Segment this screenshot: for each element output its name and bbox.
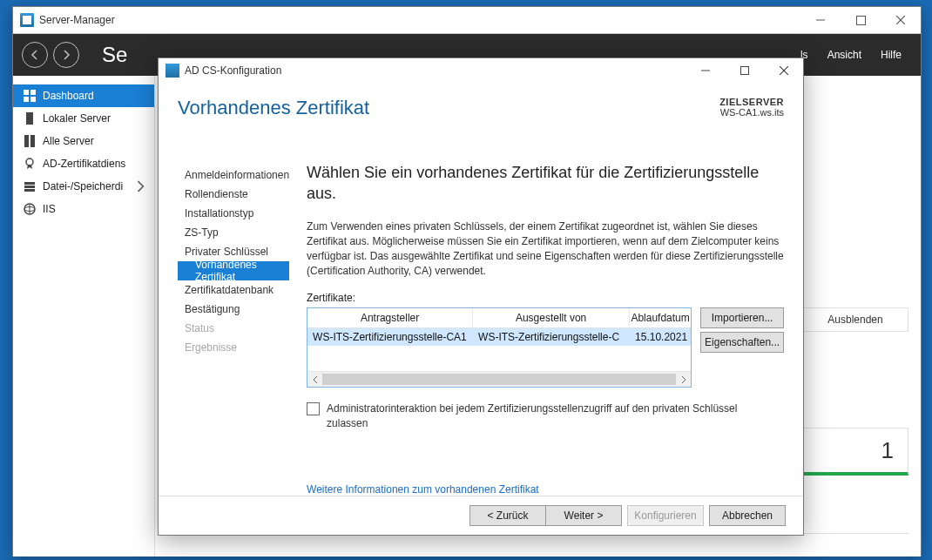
admin-interaction-checkbox-row: Administratorinteraktion bei jedem Zerti… [307,401,784,431]
minimize-button[interactable] [800,7,841,33]
button-label: Importieren... [712,312,773,324]
cell-expiry: 15.10.2021 [630,331,691,343]
scroll-thumb[interactable] [322,374,676,385]
admin-interaction-checkbox[interactable] [307,402,320,415]
step-label: Bestätigung [185,303,240,315]
svg-rect-14 [24,189,35,192]
more-info-link[interactable]: Weitere Informationen zum vorhandenen Ze… [307,483,539,496]
cert-icon [24,158,36,170]
sidebar-item-label: AD-Zertifikatdiens [43,158,125,170]
cert-list-label: Zertifikate: [307,292,784,304]
hide-tile-label: Ausblenden [827,314,882,326]
scroll-right-icon[interactable] [676,372,691,387]
step-label: Installationstyp [185,207,253,219]
nav-button-pair: < Zurück Weiter > [469,505,622,526]
svg-rect-7 [30,97,36,102]
button-label: Weiter > [564,509,604,522]
step-label: Privater Schlüssel [185,246,268,258]
cert-row[interactable]: WS-ITS-Zertifizierungsstelle-CA1 WS-ITS-… [307,328,691,346]
role-count-tile[interactable]: 1 [788,428,908,476]
server-manager-title: Server-Manager [39,14,115,26]
cell-subject: WS-ITS-Zertifizierungsstelle-CA1 [307,331,473,343]
step-label: Zertifikatdatenbank [185,284,274,296]
server-manager-titlebar[interactable]: Server-Manager [13,7,921,34]
sidebar-item-all-servers[interactable]: Alle Server [13,130,154,152]
dialog-header: Vorhandenes Zertifikat ZIELSERVER WS-CA1… [159,84,803,162]
dialog-window-controls [685,58,803,83]
svg-rect-5 [30,90,36,95]
target-value: WS-CA1.ws.its [720,107,784,118]
column-subject[interactable]: Antragsteller [307,308,473,327]
button-label: Konfigurieren [634,509,696,522]
dialog-maximize-button[interactable] [725,58,764,83]
server-manager-menu: ls Ansicht Hilfe [800,49,912,61]
sidebar-item-label: Lokaler Server [43,112,111,125]
step-label: Anmeldeinformationen [185,169,289,181]
cert-grid[interactable]: Antragsteller Ausgestellt von Ablaufdatu… [307,307,692,388]
target-server-block: ZIELSERVER WS-CA1.ws.its [719,97,784,118]
next-button[interactable]: Weiter > [545,505,622,526]
pane-description: Zum Verwenden eines privaten Schlüssels,… [307,219,784,278]
step-label: ZS-Typ [185,226,219,239]
sidebar-item-ad-cert[interactable]: AD-Zertifikatdiens [13,152,154,175]
nav-forward-button[interactable] [53,42,79,68]
wizard-steps: Anmeldeinformationen Rollendienste Insta… [178,162,289,496]
server-manager-window: Server-Manager Se ls Ansicht Hilfe [12,6,922,557]
iis-icon [24,203,36,215]
step-existing-cert[interactable]: Vorhandenes Zertifikat [178,261,289,280]
step-label: Ergebnisse [185,341,237,354]
nav-back-button[interactable] [22,42,48,68]
dialog-footer: < Zurück Weiter > Konfigurieren Abbreche… [159,496,803,535]
admin-interaction-label: Administratorinteraktion bei jedem Zerti… [327,401,745,431]
back-button[interactable]: < Zurück [469,505,545,526]
step-credentials[interactable]: Anmeldeinformationen [178,165,289,185]
svg-rect-12 [24,182,35,185]
sidebar-item-label: Alle Server [43,135,94,147]
step-install-type[interactable]: Installationstyp [178,204,289,223]
adcs-config-dialog: AD CS-Konfiguration Vorhandenes Zertifik… [158,57,804,536]
menu-item-view[interactable]: Ansicht [827,49,861,61]
dialog-titlebar[interactable]: AD CS-Konfiguration [159,58,803,84]
grid-header[interactable]: Antragsteller Ausgestellt von Ablaufdatu… [307,308,691,328]
server-icon [24,112,36,125]
dialog-close-button[interactable] [764,58,803,83]
sidebar-item-local-server[interactable]: Lokaler Server [13,107,154,130]
dialog-minimize-button[interactable] [685,58,725,83]
pane-heading: Wählen Sie ein vorhandenes Zertifikat fü… [307,162,784,205]
cert-side-buttons: Importieren... Eigenschaften... [700,307,784,353]
sidebar-item-file-storage[interactable]: Datei-/Speicherdi [13,175,154,198]
import-button[interactable]: Importieren... [700,307,784,328]
close-button[interactable] [881,7,921,33]
dialog-icon [165,64,179,78]
wizard-pane: Wählen Sie ein vorhandenes Zertifikat fü… [289,162,784,496]
grid-spacer [307,346,691,371]
button-label: < Zurück [487,509,528,522]
button-label: Eigenschaften... [705,336,780,348]
column-expiry[interactable]: Ablaufdatum [630,308,691,327]
step-cert-db[interactable]: Zertifikatdatenbank [178,280,289,300]
cell-issuer: WS-ITS-Zertifizierungsstelle-C [473,331,630,343]
step-role-services[interactable]: Rollendienste [178,185,289,204]
svg-rect-6 [24,97,29,102]
svg-rect-13 [24,186,35,188]
svg-rect-10 [30,135,35,147]
properties-button[interactable]: Eigenschaften... [700,332,784,353]
step-ca-type[interactable]: ZS-Typ [178,223,289,242]
grid-horizontal-scrollbar[interactable] [307,371,691,387]
column-issuer[interactable]: Ausgestellt von [473,308,630,327]
cancel-button[interactable]: Abbrechen [709,505,786,526]
dialog-title: AD CS-Konfiguration [185,64,281,77]
hide-tile-button[interactable]: Ausblenden [802,307,908,332]
configure-button: Konfigurieren [627,505,704,526]
svg-rect-19 [740,67,748,75]
dashboard-icon [24,90,36,102]
scroll-left-icon[interactable] [307,372,322,387]
maximize-button[interactable] [841,7,881,33]
server-manager-sidebar: Dashboard Lokaler Server Alle Server AD-… [13,76,155,557]
menu-item-help[interactable]: Hilfe [881,49,902,61]
sidebar-item-iis[interactable]: IIS [13,198,154,220]
step-label: Vorhandenes Zertifikat [195,259,289,283]
step-confirmation[interactable]: Bestätigung [178,300,289,319]
svg-rect-9 [24,135,29,147]
sidebar-item-dashboard[interactable]: Dashboard [13,84,154,107]
